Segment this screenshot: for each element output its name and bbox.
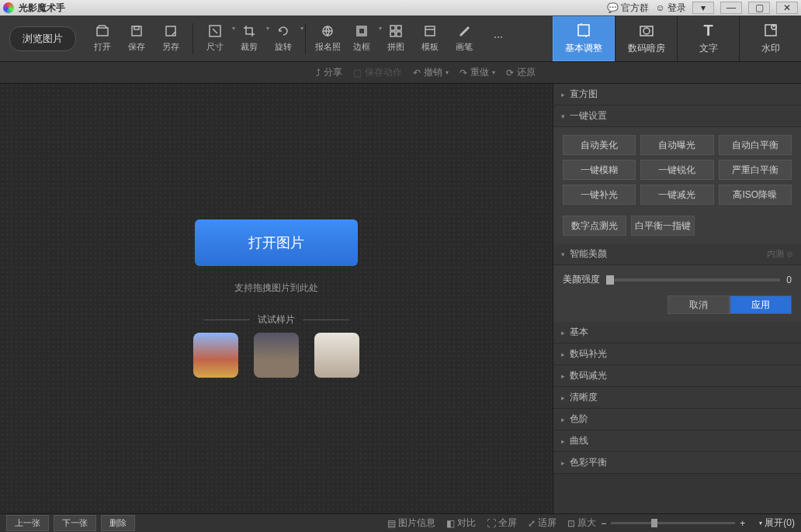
chevron-right-icon: ▸ bbox=[561, 91, 565, 98]
panel-colorbalance[interactable]: ▸色彩平衡 bbox=[553, 452, 801, 474]
canvas-area: 打开图片 支持拖拽图片到此处 试试样片 bbox=[0, 84, 553, 513]
record-icon: ▢ bbox=[353, 67, 362, 78]
restore-button[interactable]: ⟳还原 bbox=[506, 66, 536, 79]
undo-button[interactable]: ↶撤销▾ bbox=[413, 66, 449, 79]
onekey-1[interactable]: 自动曝光 bbox=[640, 135, 713, 155]
tool-size[interactable]: 尺寸 bbox=[198, 19, 232, 59]
maximize-icon[interactable]: ▢ bbox=[748, 2, 770, 14]
tool-rotate[interactable]: 旋转 bbox=[266, 19, 300, 59]
right-sidebar: ▸直方图 ▾一键设置 自动美化自动曝光自动白平衡一键模糊一键锐化严重白平衡一键补… bbox=[553, 84, 801, 513]
samples-label: 试试样片 bbox=[203, 313, 349, 326]
panel-sharpness[interactable]: ▸清晰度 bbox=[553, 387, 801, 409]
tool-border[interactable]: 边框 bbox=[345, 19, 379, 59]
panel-levels[interactable]: ▸色阶 bbox=[553, 409, 801, 430]
tool-more[interactable]: ⋯ bbox=[481, 19, 515, 59]
browse-button[interactable]: 浏览图片 bbox=[9, 26, 76, 51]
open-icon bbox=[95, 24, 109, 38]
onekey-5[interactable]: 严重白平衡 bbox=[719, 160, 792, 180]
restore-icon: ⟳ bbox=[506, 67, 514, 78]
svg-rect-2 bbox=[134, 26, 139, 29]
tool-collage[interactable]: 拼图 bbox=[379, 19, 413, 59]
onekey-8[interactable]: 高ISO降噪 bbox=[719, 185, 792, 205]
share-button[interactable]: ⤴分享 bbox=[316, 66, 342, 79]
zoom-control: − + bbox=[601, 518, 745, 529]
chevron-right-icon: ▸ bbox=[561, 372, 565, 380]
open-image-button[interactable]: 打开图片 bbox=[195, 219, 358, 266]
panel-beauty-body: 美颜强度 0 取消 应用 bbox=[553, 265, 801, 322]
crop-icon bbox=[242, 24, 256, 38]
fit-button[interactable]: ⤢适屏 bbox=[528, 516, 557, 530]
orig-button[interactable]: ⊡原大 bbox=[567, 516, 596, 530]
official-group-link[interactable]: 💬 官方群 bbox=[607, 2, 649, 15]
beauty-slider[interactable] bbox=[606, 278, 780, 282]
onekey-4[interactable]: 一键锐化 bbox=[640, 160, 713, 180]
tool-saveas[interactable]: 另存 bbox=[154, 19, 188, 59]
expand-button[interactable]: ▾展开(0) bbox=[759, 516, 795, 530]
chevron-right-icon: ▸ bbox=[561, 416, 565, 423]
imageinfo-button[interactable]: ▤图片信息 bbox=[387, 516, 435, 530]
onekey-2[interactable]: 自动白平衡 bbox=[719, 135, 792, 155]
pin-icon[interactable]: ▾ bbox=[692, 2, 714, 14]
sample-thumb-1[interactable] bbox=[193, 333, 238, 378]
panel-digitfill[interactable]: ▸数码补光 bbox=[553, 344, 801, 365]
chevron-down-icon: ▾ bbox=[561, 112, 565, 120]
tool-open[interactable]: 打开 bbox=[85, 19, 120, 59]
panel-basic[interactable]: ▸基本 bbox=[553, 322, 801, 344]
compare-button[interactable]: ◧对比 bbox=[446, 516, 476, 530]
login-link[interactable]: ☺ 登录 bbox=[655, 2, 686, 15]
redo-button[interactable]: ↷重做▾ bbox=[459, 66, 495, 79]
tab-watermark[interactable]: 水印 bbox=[739, 16, 801, 61]
chevron-right-icon: ▸ bbox=[561, 437, 565, 445]
svg-rect-13 bbox=[578, 25, 589, 36]
slider-thumb-icon[interactable] bbox=[651, 519, 657, 527]
close-icon[interactable]: ✕ bbox=[776, 2, 798, 14]
fullscreen-button[interactable]: ⛶全屏 bbox=[487, 516, 517, 530]
panel-histogram[interactable]: ▸直方图 bbox=[553, 84, 801, 105]
tool-idphoto[interactable]: 报名照 bbox=[310, 19, 345, 59]
main-toolbar: 浏览图片 打开 保存 另存 尺寸 裁剪 旋转 报名照 边框 拼图 模板 画笔 ⋯… bbox=[0, 16, 801, 62]
tool-template[interactable]: 模板 bbox=[413, 19, 447, 59]
template-icon bbox=[423, 24, 437, 38]
tab-darkroom[interactable]: 数码暗房 bbox=[615, 16, 677, 61]
undo-icon: ↶ bbox=[413, 67, 421, 78]
prev-button[interactable]: 上一张 bbox=[6, 515, 49, 531]
onekey-6[interactable]: 一键补光 bbox=[563, 185, 636, 205]
tool-brush[interactable]: 画笔 bbox=[447, 19, 481, 59]
more-icon: ⋯ bbox=[491, 30, 505, 44]
sample-thumb-3[interactable] bbox=[314, 333, 359, 378]
onekey-extra-0[interactable]: 数字点测光 bbox=[563, 216, 626, 236]
watermark-icon bbox=[762, 22, 779, 39]
onekey-extra-1[interactable]: 白平衡一指键 bbox=[631, 216, 695, 236]
tool-save[interactable]: 保存 bbox=[120, 19, 154, 59]
tool-crop[interactable]: 裁剪 bbox=[232, 19, 266, 59]
chevron-right-icon: ▸ bbox=[561, 329, 565, 337]
zoom-slider[interactable] bbox=[611, 522, 735, 524]
minimize-icon[interactable]: — bbox=[720, 2, 742, 14]
panel-curves[interactable]: ▸曲线 bbox=[553, 430, 801, 452]
beauty-apply-button[interactable]: 应用 bbox=[730, 295, 792, 314]
zoom-out-button[interactable]: − bbox=[601, 518, 606, 529]
panel-onekey-body: 自动美化自动曝光自动白平衡一键模糊一键锐化严重白平衡一键补光一键减光高ISO降噪… bbox=[553, 127, 801, 244]
app-title: 光影魔术手 bbox=[19, 2, 607, 15]
svg-rect-3 bbox=[166, 26, 175, 36]
fullscreen-icon: ⛶ bbox=[487, 518, 496, 529]
panel-digitdim[interactable]: ▸数码减光 bbox=[553, 365, 801, 387]
tab-text[interactable]: T文字 bbox=[677, 16, 739, 61]
next-button[interactable]: 下一张 bbox=[54, 515, 96, 531]
onekey-0[interactable]: 自动美化 bbox=[563, 135, 636, 155]
onekey-3[interactable]: 一键模糊 bbox=[563, 160, 636, 180]
adjust-icon bbox=[575, 22, 592, 39]
sample-thumb-2[interactable] bbox=[254, 333, 299, 378]
onekey-7[interactable]: 一键减光 bbox=[640, 185, 713, 205]
saveaction-button[interactable]: ▢保存动作 bbox=[353, 66, 402, 79]
share-icon: ⤴ bbox=[316, 67, 321, 78]
tab-basic[interactable]: 基本调整 bbox=[553, 16, 615, 61]
compare-icon: ◧ bbox=[446, 518, 455, 529]
panel-beauty[interactable]: ▾智能美颜内测 ⊙ bbox=[553, 244, 801, 265]
delete-button[interactable]: 删除 bbox=[101, 515, 135, 531]
panel-onekey[interactable]: ▾一键设置 bbox=[553, 105, 801, 127]
beauty-cancel-button[interactable]: 取消 bbox=[668, 295, 730, 314]
slider-thumb-icon[interactable] bbox=[606, 275, 614, 285]
zoom-in-button[interactable]: + bbox=[740, 518, 745, 529]
info-icon: ▤ bbox=[387, 518, 396, 529]
